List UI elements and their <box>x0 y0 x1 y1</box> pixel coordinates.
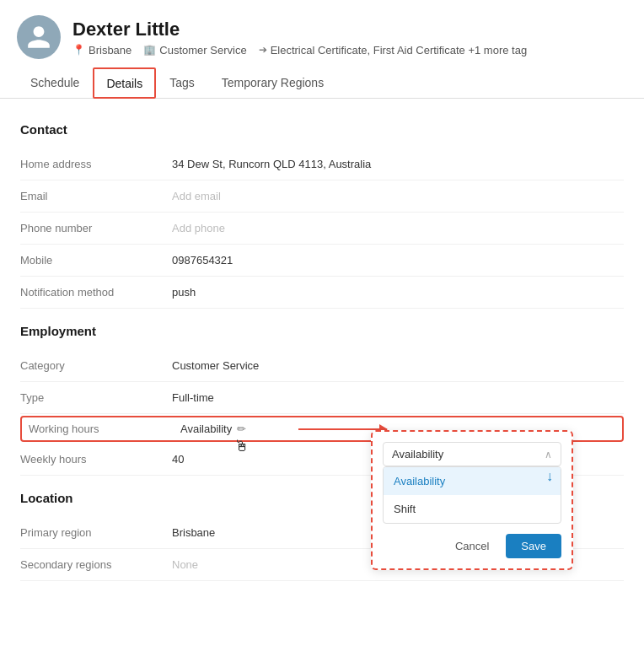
location-text: Brisbane <box>89 44 131 57</box>
type-row: Type Full-time <box>20 382 624 414</box>
dropdown-input-wrapper: Availability ∧ ↓ <box>383 442 561 466</box>
tab-temporary-regions[interactable]: Temporary Regions <box>208 67 337 98</box>
location-icon: 📍 <box>72 44 85 56</box>
header-info: Dexter Little 📍 Brisbane 🏢 Customer Serv… <box>72 19 527 57</box>
building-icon: 🏢 <box>143 44 156 56</box>
tags-text: Electrical Certificate, First Aid Certif… <box>271 44 528 57</box>
employment-section-title: Employment <box>20 324 624 338</box>
nav-tabs: Schedule Details Tags Temporary Regions <box>0 67 644 99</box>
chevron-up-icon: ∧ <box>545 449 552 460</box>
phone-label: Phone number <box>20 222 172 234</box>
avatar <box>17 15 61 59</box>
email-value: Add email <box>172 190 624 202</box>
notification-value: push <box>172 286 624 299</box>
mobile-row: Mobile 0987654321 <box>20 245 624 277</box>
mobile-label: Mobile <box>20 254 172 266</box>
email-row: Email Add email <box>20 180 624 213</box>
tab-details[interactable]: Details <box>93 67 156 99</box>
chevron-down-indicator: ↓ <box>546 469 553 484</box>
category-row: Category Customer Service <box>20 350 624 382</box>
tags-meta: ➔ Electrical Certificate, First Aid Cert… <box>259 44 528 57</box>
working-hours-label: Working hours <box>29 423 180 435</box>
profile-header: Dexter Little 📍 Brisbane 🏢 Customer Serv… <box>0 0 644 67</box>
cancel-button[interactable]: Cancel <box>447 535 497 557</box>
working-hours-value: Availability <box>180 423 232 435</box>
type-label: Type <box>20 391 172 404</box>
mobile-value: 0987654321 <box>172 254 624 266</box>
type-value: Full-time <box>172 391 624 404</box>
dropdown-option-availability[interactable]: Availability <box>384 467 561 495</box>
dropdown-input-row[interactable]: Availability ∧ <box>383 442 561 466</box>
notification-label: Notification method <box>20 286 172 299</box>
edit-working-hours-icon[interactable]: ✏ <box>237 423 246 435</box>
tab-schedule[interactable]: Schedule <box>17 67 93 98</box>
weekly-hours-label: Weekly hours <box>20 453 172 466</box>
secondary-regions-label: Secondary regions <box>20 558 172 571</box>
dropdown-input-text[interactable]: Availability <box>392 448 545 460</box>
department-text: Customer Service <box>159 44 246 57</box>
dropdown-list: Availability Shift <box>383 466 561 524</box>
notification-row: Notification method push <box>20 277 624 309</box>
category-label: Category <box>20 359 172 372</box>
primary-region-label: Primary region <box>20 526 172 539</box>
tab-tags[interactable]: Tags <box>156 67 208 98</box>
home-address-value: 34 Dew St, Runcorn QLD 4113, Australia <box>172 158 624 170</box>
header-meta: 📍 Brisbane 🏢 Customer Service ➔ Electric… <box>72 44 527 57</box>
arrow-indicator <box>298 428 387 430</box>
tag-icon: ➔ <box>259 44 267 56</box>
save-button[interactable]: Save <box>506 534 561 558</box>
dropdown-actions: Cancel Save <box>383 534 561 558</box>
location-meta: 📍 Brisbane <box>72 44 131 57</box>
phone-row: Phone number Add phone <box>20 213 624 245</box>
user-name: Dexter Little <box>72 19 527 40</box>
category-value: Customer Service <box>172 359 624 372</box>
arrow-line <box>298 428 387 430</box>
home-address-label: Home address <box>20 158 172 170</box>
home-address-row: Home address 34 Dew St, Runcorn QLD 4113… <box>20 148 624 180</box>
working-hours-dropdown-popup: Availability ∧ ↓ Availability Shift Canc… <box>371 430 573 570</box>
phone-value: Add phone <box>172 222 624 234</box>
contact-section-title: Contact <box>20 122 624 137</box>
dropdown-option-shift[interactable]: Shift <box>384 495 561 523</box>
email-label: Email <box>20 190 172 202</box>
cursor-indicator: 🖱 <box>234 438 250 455</box>
working-hours-value-container: Availability ✏ <box>180 423 246 435</box>
department-meta: 🏢 Customer Service <box>143 44 246 57</box>
